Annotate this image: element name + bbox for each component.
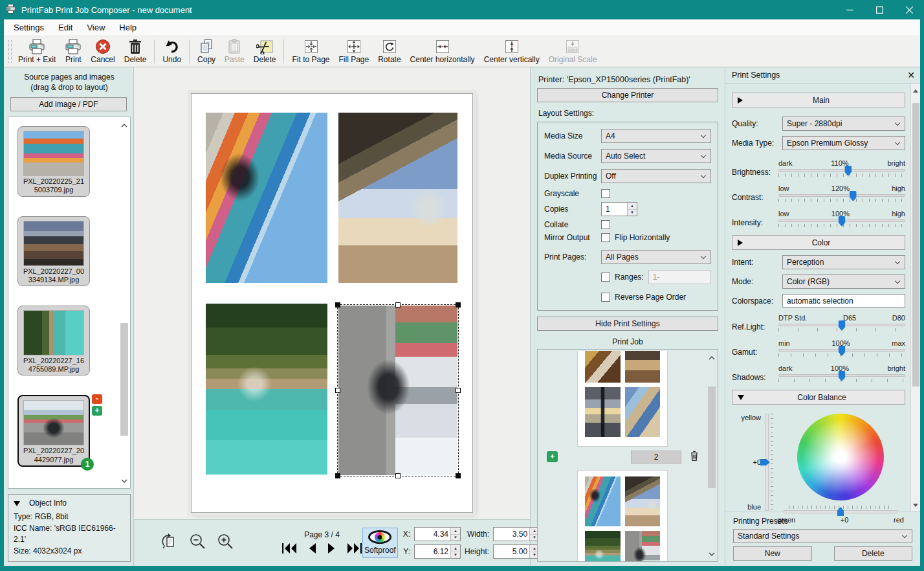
- source-thumbnail-4-selected[interactable]: PXL_20220227_204429077.jpg - + 1: [17, 395, 90, 466]
- ref-light-slider[interactable]: [778, 324, 905, 326]
- copy-button[interactable]: Copy: [193, 38, 220, 65]
- yellow-blue-slider[interactable]: [764, 414, 776, 511]
- scrollbar-thumb[interactable]: [912, 103, 919, 386]
- mode-select[interactable]: Color (RGB): [782, 274, 905, 289]
- media-size-select[interactable]: A4: [601, 129, 711, 143]
- softproof-toggle[interactable]: Softproof: [362, 528, 398, 558]
- rotate-page-button[interactable]: [160, 532, 179, 554]
- mirror-output-checkbox[interactable]: [601, 233, 610, 242]
- maximize-button[interactable]: [864, 0, 894, 19]
- collapse-icon[interactable]: [738, 97, 743, 104]
- scrollbar-thumb[interactable]: [120, 323, 128, 436]
- resize-handle[interactable]: [456, 388, 461, 393]
- remove-copy-button[interactable]: -: [92, 394, 102, 404]
- close-panel-button[interactable]: ✕: [907, 71, 915, 80]
- layout-canvas[interactable]: [134, 67, 530, 519]
- collapse-icon[interactable]: [738, 395, 744, 400]
- first-page-button[interactable]: [281, 543, 297, 556]
- scroll-up-icon[interactable]: [121, 118, 127, 132]
- zoom-out-button[interactable]: [189, 533, 207, 553]
- minimize-button[interactable]: [835, 0, 864, 19]
- source-thumbnail-3[interactable]: PXL_20220227_164755089.MP.jpg: [17, 306, 90, 375]
- duplex-select[interactable]: Off: [601, 169, 711, 183]
- scrollbar-track[interactable]: [912, 95, 919, 500]
- menu-view[interactable]: View: [80, 21, 112, 34]
- copies-field[interactable]: 1▲▼: [601, 202, 637, 216]
- contrast-slider[interactable]: [778, 194, 905, 197]
- source-thumbnail-1[interactable]: PXL_20220225_215003709.jpg: [17, 126, 90, 196]
- zoom-in-button[interactable]: [217, 533, 235, 553]
- ranges-checkbox[interactable]: [601, 273, 610, 282]
- page-2-preview[interactable]: [577, 351, 668, 447]
- media-type-select[interactable]: Epson Premium Glossy: [782, 136, 905, 150]
- add-image-pdf-button[interactable]: Add image / PDF: [10, 97, 127, 111]
- delete-button[interactable]: Delete: [120, 38, 151, 65]
- placed-photo-truck-selected[interactable]: [338, 306, 457, 475]
- preset-select[interactable]: Standard Settings: [733, 529, 912, 543]
- previous-page-button[interactable]: [308, 543, 316, 556]
- fill-page-button[interactable]: Fill Page: [335, 38, 374, 65]
- print-button[interactable]: Print: [60, 38, 86, 65]
- section-color[interactable]: Color: [732, 235, 905, 250]
- collate-checkbox[interactable]: [601, 220, 610, 229]
- placed-photo-mural[interactable]: [206, 113, 327, 283]
- collapse-icon[interactable]: [738, 240, 743, 246]
- colorspace-field[interactable]: automatic selection: [782, 294, 905, 308]
- resize-handle[interactable]: [335, 302, 340, 308]
- gamut-slider[interactable]: [778, 349, 905, 352]
- resize-handle[interactable]: [456, 473, 461, 478]
- close-button[interactable]: [894, 0, 924, 19]
- hide-print-settings-button[interactable]: Hide Print Settings: [537, 317, 718, 331]
- scroll-up-icon[interactable]: [913, 85, 918, 95]
- placed-photo-hot-spring[interactable]: [206, 304, 327, 475]
- preset-delete-button[interactable]: Delete: [834, 546, 913, 561]
- scroll-down-icon[interactable]: [121, 473, 127, 487]
- scrollbar-thumb[interactable]: [708, 386, 716, 488]
- page-3-preview[interactable]: [577, 470, 668, 562]
- resize-handle[interactable]: [456, 302, 461, 308]
- section-color-balance[interactable]: Color Balance: [732, 390, 905, 405]
- media-source-select[interactable]: Auto Select: [601, 149, 711, 163]
- page-preview[interactable]: [191, 93, 473, 513]
- preset-new-button[interactable]: New: [733, 546, 812, 561]
- next-page-button[interactable]: [327, 543, 336, 556]
- menu-edit[interactable]: Edit: [51, 21, 80, 34]
- scroll-up-icon[interactable]: [709, 350, 715, 364]
- undo-button[interactable]: Undo: [158, 38, 186, 65]
- scrollbar-track[interactable]: [120, 132, 128, 473]
- resize-handle[interactable]: [335, 473, 340, 478]
- delete-page-button[interactable]: [689, 450, 699, 464]
- add-copy-button[interactable]: +: [92, 406, 102, 416]
- collapse-icon[interactable]: [14, 501, 20, 506]
- menu-settings[interactable]: Settings: [6, 21, 51, 34]
- reverse-page-order-checkbox[interactable]: [601, 293, 610, 302]
- rotate-button[interactable]: Rotate: [373, 38, 405, 65]
- center-vertically-button[interactable]: Center vertically: [479, 38, 544, 65]
- intensity-slider[interactable]: [778, 219, 905, 222]
- fit-to-page-button[interactable]: Fit to Page: [287, 38, 334, 65]
- resize-handle[interactable]: [395, 473, 401, 478]
- grayscale-checkbox[interactable]: [601, 189, 610, 198]
- center-horizontally-button[interactable]: Center horizontally: [406, 38, 479, 65]
- y-field[interactable]: 6.12▲▼: [414, 544, 461, 559]
- scrollbar-track[interactable]: [708, 364, 716, 546]
- intent-select[interactable]: Perception: [782, 255, 905, 269]
- print-job-scrollbar[interactable]: [707, 350, 717, 561]
- section-main[interactable]: Main: [732, 93, 905, 107]
- brightness-slider[interactable]: [778, 169, 905, 172]
- resize-handle[interactable]: [395, 302, 401, 308]
- placed-photo-street-church[interactable]: [338, 113, 457, 283]
- print-pages-select[interactable]: All Pages: [601, 250, 711, 264]
- source-list-scrollbar[interactable]: [119, 118, 129, 487]
- print-exit-button[interactable]: Print + Exit: [14, 38, 60, 65]
- green-red-slider[interactable]: [784, 510, 897, 513]
- x-field[interactable]: 4.34▲▼: [414, 527, 461, 541]
- scroll-down-icon[interactable]: [709, 546, 715, 561]
- change-printer-button[interactable]: Change Printer: [537, 88, 718, 102]
- menu-help[interactable]: Help: [112, 21, 144, 34]
- last-page-button[interactable]: [347, 543, 362, 556]
- quality-select[interactable]: Super - 2880dpi: [782, 117, 905, 131]
- settings-scrollbar[interactable]: [910, 84, 920, 511]
- shadows-slider[interactable]: [778, 374, 905, 377]
- cancel-button[interactable]: Cancel: [86, 38, 119, 65]
